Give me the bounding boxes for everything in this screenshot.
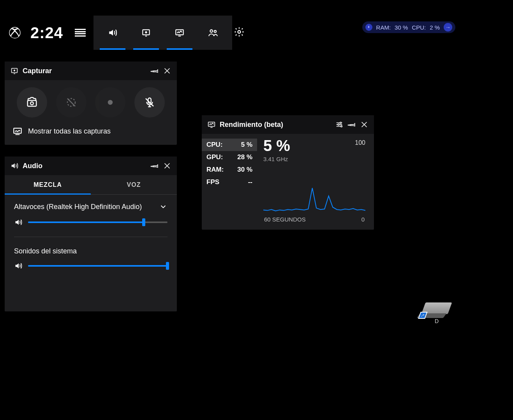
system-volume-slider[interactable] [28, 265, 167, 267]
capture-header: Capturar [5, 62, 177, 80]
tab-social[interactable] [196, 16, 230, 50]
game-bar-topbar: 2:24 [4, 16, 232, 50]
shortcut-arrow-icon: ↗ [418, 312, 428, 319]
svg-point-17 [338, 124, 339, 125]
output-device-row[interactable]: Altavoces (Realtek High Definition Audio… [14, 202, 167, 211]
performance-pill[interactable]: RAM: 30 % CPU: 2 % → [362, 21, 455, 33]
record-last-button[interactable] [56, 87, 86, 118]
widget-tabbar [93, 16, 232, 50]
svg-point-2 [145, 32, 146, 33]
cpu-frequency: 3.41 GHz [263, 156, 365, 162]
svg-point-5 [214, 30, 216, 32]
metric-list: CPU:5 %GPU:28 %RAM:30 %FPS-- [202, 137, 257, 223]
audio-widget: Audio MEZCLA VOZ Altavoces (Realtek High… [5, 156, 177, 311]
pin-icon[interactable] [150, 162, 159, 170]
graph-zone: 100 5 % 3.41 GHz 60 SEGUNDOS 0 [259, 137, 368, 223]
pill-ram-label: RAM: [376, 24, 391, 31]
performance-icon [207, 120, 216, 129]
svg-point-8 [14, 70, 15, 71]
tab-performance[interactable] [163, 16, 196, 50]
system-volume-row [14, 262, 167, 270]
capture-icon [10, 67, 19, 75]
capture-widget: Capturar Mostrar todas las capturas [5, 62, 177, 145]
tab-audio[interactable] [96, 16, 129, 50]
desktop-drive-shortcut[interactable]: ↗ D [422, 302, 451, 324]
pin-icon[interactable] [150, 67, 159, 75]
speaker-icon[interactable] [14, 262, 23, 270]
graph-ymax: 100 [355, 139, 365, 146]
mic-toggle-button[interactable] [134, 87, 165, 118]
audio-tabs: MEZCLA VOZ [5, 175, 177, 195]
svg-rect-9 [28, 100, 37, 106]
xbox-logo-icon[interactable] [9, 26, 21, 39]
settings-gear-icon[interactable] [234, 26, 245, 37]
pill-cpu-value: 2 % [430, 24, 440, 31]
svg-point-18 [341, 126, 342, 127]
show-all-captures-link[interactable]: Mostrar todas las capturas [5, 123, 177, 145]
graph-big-value: 5 % [263, 138, 365, 153]
chevron-down-icon [159, 202, 167, 211]
clock: 2:24 [30, 24, 63, 42]
svg-point-4 [210, 30, 213, 32]
metric-row[interactable]: GPU:28 % [202, 151, 257, 163]
drive-label: D [422, 318, 451, 324]
pin-icon[interactable] [347, 120, 356, 129]
pill-ram-value: 30 % [395, 24, 408, 31]
output-device-label: Altavoces (Realtek High Definition Audio… [14, 203, 142, 211]
device-volume-row [14, 218, 167, 227]
widget-menu-icon[interactable] [75, 27, 86, 38]
record-button[interactable] [95, 87, 125, 118]
svg-point-16 [340, 122, 342, 124]
system-sounds-label: Sonidos del sistema [14, 247, 167, 255]
performance-title: Rendimiento (beta) [220, 121, 331, 129]
performance-widget: Rendimiento (beta) CPU:5 %GPU:28 %RAM:30… [202, 115, 374, 230]
divider [14, 237, 167, 237]
capture-buttons [5, 80, 177, 123]
svg-point-12 [108, 100, 113, 105]
metric-row[interactable]: FPS-- [202, 176, 257, 188]
speaker-icon[interactable] [14, 218, 23, 227]
pill-cpu-label: CPU: [412, 24, 426, 31]
speaker-icon [10, 162, 19, 170]
svg-point-6 [238, 31, 241, 33]
svg-point-10 [31, 102, 34, 105]
performance-header: Rendimiento (beta) [202, 115, 374, 134]
tab-voice[interactable]: VOZ [91, 175, 177, 194]
metric-row[interactable]: RAM:30 % [202, 163, 257, 176]
pill-expand-icon[interactable]: → [444, 23, 452, 32]
close-icon[interactable] [163, 67, 171, 75]
audio-header: Audio [5, 156, 177, 175]
graph-xlabel-left: 60 SEGUNDOS [264, 216, 306, 223]
settings-sliders-icon[interactable] [335, 120, 344, 129]
tab-mix[interactable]: MEZCLA [5, 175, 91, 194]
show-all-captures-label: Mostrar todas las capturas [28, 127, 111, 135]
audio-title: Audio [23, 162, 146, 170]
graph-xlabel-right: 0 [361, 216, 365, 223]
close-icon[interactable] [163, 162, 171, 170]
rocket-icon [365, 24, 372, 31]
device-volume-slider[interactable] [28, 221, 167, 223]
metric-row[interactable]: CPU:5 % [202, 139, 257, 151]
cpu-usage-graph [263, 167, 365, 214]
close-icon[interactable] [360, 120, 368, 129]
gallery-icon [12, 126, 23, 136]
drive-icon: ↗ [421, 302, 452, 314]
tab-capture[interactable] [129, 16, 163, 50]
screenshot-button[interactable] [17, 87, 47, 118]
capture-title: Capturar [23, 67, 146, 75]
